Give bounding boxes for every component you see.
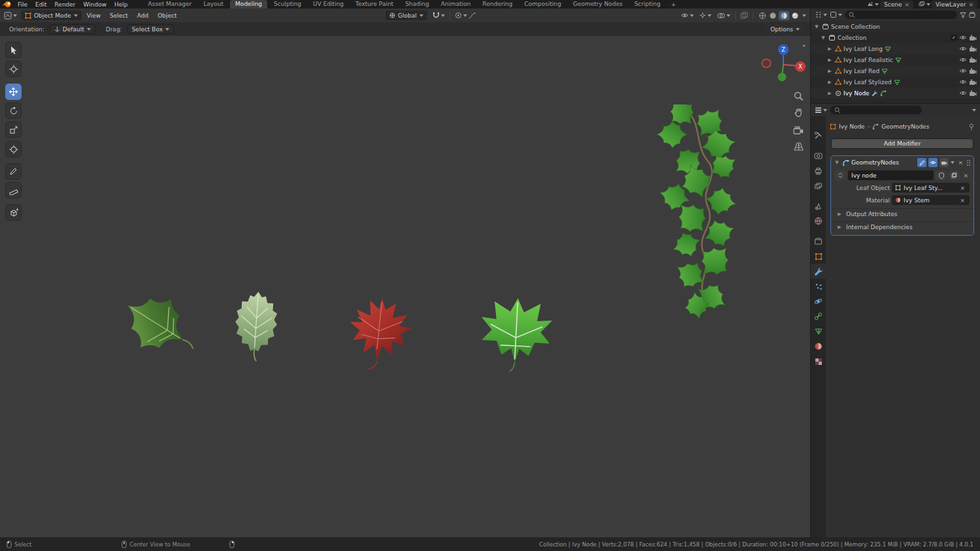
render-display-toggle[interactable] — [939, 158, 949, 167]
blender-logo-icon[interactable] — [3, 1, 12, 8]
sidebar-toggle-icon[interactable]: ◂ — [802, 42, 805, 48]
outliner-item-label[interactable]: Ivy Leaf Realistic — [843, 57, 893, 63]
hide-eye-icon[interactable] — [959, 35, 967, 40]
node-group-name-field[interactable]: Ivy node — [848, 170, 934, 180]
leaf-ivy-realistic[interactable] — [227, 291, 285, 364]
pan-view-icon[interactable] — [792, 106, 805, 119]
tab-physics[interactable] — [811, 294, 826, 309]
output-attributes-section[interactable]: ▶ Output Attributes — [831, 208, 973, 219]
breadcrumb-object[interactable]: Ivy Node — [839, 123, 865, 130]
outliner-item-label[interactable]: Collection — [838, 35, 867, 41]
snap-magnet-icon[interactable] — [433, 12, 440, 19]
outliner-item-label[interactable]: Ivy Node — [843, 90, 870, 97]
pin-icon[interactable] — [968, 123, 975, 131]
menu-add[interactable]: Add — [133, 12, 152, 19]
tab-modifiers[interactable] — [811, 264, 826, 279]
internal-dependencies-section[interactable]: ▶ Internal Dependencies — [831, 221, 973, 232]
object-visibility-icon[interactable] — [681, 12, 694, 18]
menu-select[interactable]: Select — [106, 12, 132, 19]
tab-layout[interactable]: Layout — [199, 0, 229, 8]
camera-view-icon[interactable] — [792, 123, 805, 136]
outliner-row-scene-collection[interactable]: ▼ Scene Collection — [811, 21, 980, 32]
options-dropdown[interactable]: Options — [766, 24, 804, 34]
camera-visibility-icon[interactable] — [969, 68, 977, 74]
proportional-editing-icon[interactable] — [455, 12, 462, 19]
camera-visibility-icon[interactable] — [969, 90, 977, 97]
properties-search-field[interactable] — [830, 106, 922, 114]
modifier-name[interactable]: GeometryNodes — [851, 159, 915, 166]
edit-mode-toggle[interactable] — [917, 158, 926, 167]
hide-eye-icon[interactable] — [959, 57, 967, 63]
shading-solid-icon[interactable] — [768, 11, 777, 20]
tab-output[interactable] — [811, 163, 826, 178]
outliner-item-label[interactable]: Ivy Leaf Stylized — [843, 79, 892, 86]
ivy-vine[interactable] — [650, 104, 761, 320]
modifier-extras-caret[interactable] — [951, 161, 955, 164]
tab-asset-manager[interactable]: Asset Manager — [143, 0, 197, 8]
menu-render[interactable]: Render — [52, 1, 79, 8]
tool-scale[interactable] — [5, 121, 22, 138]
camera-visibility-icon[interactable] — [969, 79, 977, 86]
viewport-3d[interactable]: Z X ◂ — [0, 36, 810, 537]
properties-options-caret[interactable] — [972, 109, 976, 112]
viewlayer-browse-icon[interactable] — [919, 1, 930, 7]
orientation-setting-dropdown[interactable]: Default — [50, 24, 95, 34]
material-field[interactable]: Ivy Stem × — [892, 195, 970, 205]
tab-tool[interactable] — [811, 128, 826, 143]
clear-leaf-object-button[interactable]: × — [958, 185, 966, 191]
leaf-object-field[interactable]: Ivy Leaf Sty... × — [892, 183, 970, 193]
outliner-row-ivy-leaf-long[interactable]: ▶ Ivy Leaf Long — [811, 43, 980, 54]
tab-geometry-nodes[interactable]: Geometry Nodes — [568, 0, 628, 8]
disclosure-triangle[interactable]: ▼ — [813, 24, 820, 29]
tab-object[interactable] — [811, 249, 826, 264]
tab-uv-editing[interactable]: UV Editing — [308, 0, 349, 8]
camera-visibility-icon[interactable] — [969, 57, 977, 63]
leaf-ivy-red[interactable] — [335, 297, 423, 370]
tool-add-cube[interactable] — [5, 204, 22, 221]
modifier-header[interactable]: ▼ GeometryNodes × — [831, 156, 973, 169]
camera-visibility-icon[interactable] — [969, 46, 977, 52]
tab-modeling[interactable]: Modeling — [230, 0, 267, 8]
viewlayer-selector[interactable]: ViewLayer × — [932, 1, 977, 8]
tab-world[interactable] — [811, 213, 826, 228]
menu-view[interactable]: View — [83, 12, 105, 19]
breadcrumb-modifier[interactable]: GeometryNodes — [881, 123, 929, 130]
outliner-row-ivy-leaf-stylized[interactable]: ▶ Ivy Leaf Stylized — [811, 76, 980, 87]
unlink-node-group-button[interactable]: × — [962, 172, 970, 179]
new-collection-icon[interactable] — [969, 12, 976, 18]
drag-setting-dropdown[interactable]: Select Box — [127, 24, 174, 34]
tab-render[interactable] — [811, 148, 826, 163]
transform-orientation-selector[interactable]: Global — [385, 10, 427, 20]
new-node-group-button[interactable] — [949, 170, 960, 180]
add-modifier-button[interactable]: Add Modifier — [831, 138, 973, 149]
scene-name[interactable]: Scene — [884, 1, 902, 8]
add-workspace-button[interactable]: + — [667, 1, 680, 8]
falloff-curve-icon[interactable] — [468, 12, 476, 19]
disclosure-triangle[interactable]: ▶ — [826, 91, 833, 96]
tool-annotate[interactable] — [5, 163, 22, 180]
tool-cursor[interactable] — [5, 61, 22, 77]
menu-object[interactable]: Object — [154, 12, 180, 19]
disclosure-triangle[interactable]: ▼ — [820, 35, 826, 40]
hide-eye-icon[interactable] — [959, 46, 967, 52]
shading-rendered-icon[interactable] — [791, 11, 800, 20]
tool-measure[interactable] — [5, 182, 22, 198]
outliner-row-collection[interactable]: ▼ Collection ✓ — [811, 32, 980, 43]
drag-handle-icon[interactable] — [966, 159, 971, 166]
outliner-row-ivy-node[interactable]: ▶ Ivy Node — [811, 87, 980, 99]
tab-view-layer[interactable] — [811, 178, 826, 193]
browse-node-group-button[interactable] — [835, 170, 846, 180]
tab-particles[interactable] — [811, 279, 826, 294]
leaf-ivy-stylized[interactable] — [473, 298, 559, 371]
scene-browse-icon[interactable] — [867, 1, 879, 7]
outliner-item-label[interactable]: Ivy Leaf Red — [843, 68, 879, 74]
hide-eye-icon[interactable] — [959, 68, 967, 74]
tab-sculpting[interactable]: Sculpting — [269, 0, 306, 8]
shading-material-icon[interactable] — [779, 11, 789, 20]
tool-move[interactable] — [5, 84, 22, 100]
outliner-row-ivy-leaf-realistic[interactable]: ▶ Ivy Leaf Realistic — [811, 54, 980, 65]
outliner-editor-type-icon[interactable] — [815, 11, 827, 18]
outliner-item-label[interactable]: Scene Collection — [831, 24, 880, 30]
editor-type-icon[interactable] — [4, 12, 17, 20]
viewlayer-name[interactable]: ViewLayer — [936, 1, 966, 8]
